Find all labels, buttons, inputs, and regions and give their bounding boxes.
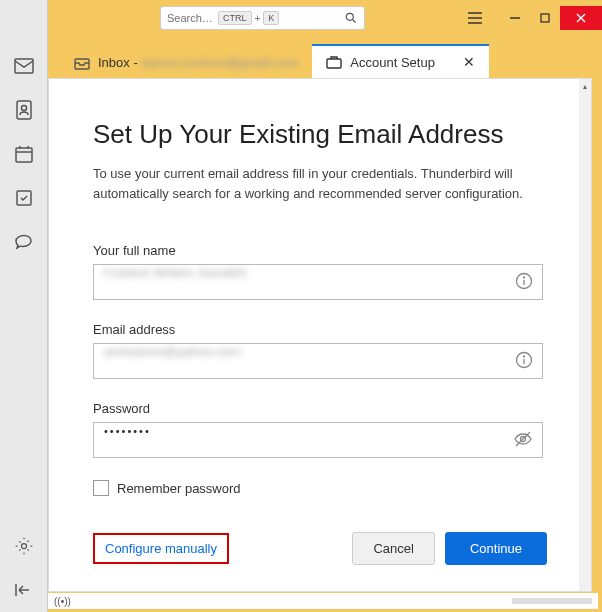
chat-icon[interactable] — [12, 230, 36, 254]
tab-strip: Inbox - aaruni.nucleus@gmail.com Account… — [48, 36, 598, 78]
remember-password-label: Remember password — [117, 481, 241, 496]
shortcut-ctrl: CTRL — [218, 11, 252, 25]
svg-point-26 — [524, 277, 525, 278]
email-field[interactable]: annisanne@yahoo.com — [93, 343, 543, 379]
svg-line-1 — [353, 20, 356, 23]
info-icon[interactable] — [515, 272, 533, 290]
titlebar-right — [462, 6, 602, 30]
content-pane: ▴ Set Up Your Existing Email Address To … — [48, 78, 592, 592]
global-search-box[interactable]: CTRL + K — [160, 6, 365, 30]
address-book-icon[interactable] — [12, 98, 36, 122]
maximize-button[interactable] — [530, 6, 560, 30]
svg-rect-9 — [15, 59, 33, 73]
action-row: Configure manually Cancel Continue — [93, 532, 547, 565]
svg-point-0 — [346, 13, 353, 20]
title-bar: CTRL + K — [0, 0, 602, 36]
collapse-icon[interactable] — [12, 578, 36, 602]
page-title: Set Up Your Existing Email Address — [93, 119, 547, 150]
full-name-label: Your full name — [93, 243, 547, 258]
window-controls — [500, 6, 602, 30]
svg-rect-22 — [75, 59, 89, 69]
shortcut-plus: + — [255, 13, 261, 24]
toolbox-icon — [326, 55, 342, 69]
tab-label: Inbox - aaruni.nucleus@gmail.com — [98, 55, 298, 70]
cancel-button[interactable]: Cancel — [352, 532, 434, 565]
search-icon[interactable] — [344, 11, 358, 25]
configure-manually-link[interactable]: Configure manually — [93, 533, 229, 564]
calendar-icon[interactable] — [12, 142, 36, 166]
svg-point-29 — [524, 356, 525, 357]
password-field[interactable]: •••••••• — [93, 422, 543, 458]
close-button[interactable] — [560, 6, 602, 30]
svg-rect-23 — [327, 59, 341, 68]
page-description: To use your current email address fill i… — [93, 164, 533, 203]
password-label: Password — [93, 401, 547, 416]
svg-point-11 — [21, 106, 26, 111]
tab-close-icon[interactable]: ✕ — [463, 54, 475, 70]
inbox-icon — [74, 56, 90, 70]
info-icon[interactable] — [515, 351, 533, 369]
broadcast-icon: ((•)) — [54, 596, 71, 607]
remember-password-row: Remember password — [93, 480, 547, 496]
svg-rect-12 — [16, 148, 32, 162]
svg-point-20 — [21, 544, 26, 549]
continue-button[interactable]: Continue — [445, 532, 547, 565]
tab-inbox[interactable]: Inbox - aaruni.nucleus@gmail.com — [60, 47, 312, 78]
status-progress — [512, 598, 592, 604]
status-bar: ((•)) — [48, 593, 598, 609]
tab-label: Account Setup — [350, 55, 435, 70]
svg-rect-6 — [541, 14, 549, 22]
app-menu-button[interactable] — [462, 8, 488, 28]
tab-account-setup[interactable]: Account Setup ✕ — [312, 44, 489, 78]
eye-off-icon[interactable] — [513, 430, 533, 448]
shortcut-k: K — [263, 11, 279, 25]
search-input[interactable] — [167, 12, 217, 24]
mail-icon[interactable] — [12, 54, 36, 78]
email-label: Email address — [93, 322, 547, 337]
full-name-field[interactable]: Content Writers Social01 — [93, 264, 543, 300]
gear-icon[interactable] — [12, 534, 36, 558]
tasks-icon[interactable] — [12, 186, 36, 210]
remember-password-checkbox[interactable] — [93, 480, 109, 496]
spaces-toolbar — [0, 0, 48, 612]
minimize-button[interactable] — [500, 6, 530, 30]
